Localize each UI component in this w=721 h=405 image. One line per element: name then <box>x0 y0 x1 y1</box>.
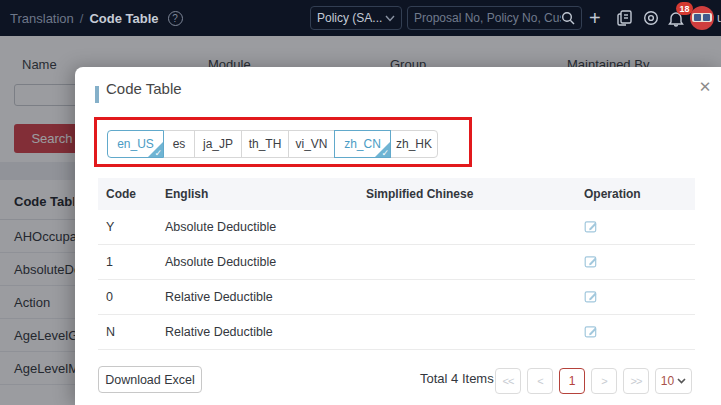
cell-code: Y <box>98 220 157 234</box>
modal-title: Code Table <box>106 80 182 97</box>
column-header-english: English <box>157 187 358 201</box>
cell-code: 0 <box>98 290 157 304</box>
username-truncated: u <box>717 11 721 25</box>
table-row: 1 Absolute Deductible <box>98 245 695 280</box>
column-header-code: Code <box>98 187 157 201</box>
table-row: N Relative Deductible <box>98 315 695 350</box>
breadcrumb: Translation / Code Table ? <box>10 0 183 36</box>
column-header-simplified-chinese: Simplified Chinese <box>358 187 576 201</box>
global-search <box>407 6 582 30</box>
download-excel-button[interactable]: Download Excel <box>98 366 202 393</box>
cell-code: N <box>98 325 157 339</box>
pagination: << < 1 > >> 10 <box>495 368 692 394</box>
chevron-down-icon <box>385 15 395 22</box>
tab-vi-vn[interactable]: vi_VN <box>288 130 335 158</box>
cell-code: 1 <box>98 255 157 269</box>
tab-zh-cn[interactable]: zh_CN ✓ <box>334 130 391 158</box>
edit-icon[interactable] <box>576 324 598 338</box>
check-icon: ✓ <box>154 148 162 158</box>
tab-en-us[interactable]: en_US ✓ <box>107 130 164 158</box>
pagination-page-1[interactable]: 1 <box>559 368 585 394</box>
check-icon: ✓ <box>381 148 389 158</box>
edit-icon[interactable] <box>576 254 598 268</box>
search-icon[interactable] <box>561 11 575 25</box>
table-header-row: Code English Simplified Chinese Operatio… <box>98 178 695 210</box>
plus-icon[interactable]: + <box>589 0 601 36</box>
pagination-first-button[interactable]: << <box>495 368 521 394</box>
cell-english: Absolute Deductible <box>157 220 358 234</box>
cell-english: Relative Deductible <box>157 325 358 339</box>
language-tabs: en_US ✓ es ja_JP th_TH vi_VN zh_CN ✓ zh_… <box>107 130 438 158</box>
copy-icon[interactable] <box>617 0 632 36</box>
avatar[interactable] <box>690 6 714 30</box>
pagination-prev-button[interactable]: < <box>527 368 553 394</box>
page-size-select[interactable]: 10 <box>655 368 692 394</box>
cell-english: Absolute Deductible <box>157 255 358 269</box>
cell-english: Relative Deductible <box>157 290 358 304</box>
notification-badge: 18 <box>676 2 693 15</box>
page-size-value: 10 <box>661 374 674 388</box>
close-icon[interactable]: ✕ <box>695 77 715 97</box>
code-table-modal: Code Table ✕ en_US ✓ es ja_JP th_TH vi_V… <box>75 67 721 405</box>
module-select-value: Policy (SA... <box>317 11 385 25</box>
pagination-next-button[interactable]: > <box>591 368 617 394</box>
tab-zh-hk[interactable]: zh_HK <box>390 130 438 158</box>
total-items-text: Total 4 Items <box>420 366 494 392</box>
topbar: Translation / Code Table ? Policy (SA...… <box>0 0 721 36</box>
table-row: Y Absolute Deductible <box>98 210 695 245</box>
column-header-operation: Operation <box>576 187 695 201</box>
module-select[interactable]: Policy (SA... <box>310 6 402 30</box>
tab-ja-jp[interactable]: ja_JP <box>194 130 242 158</box>
help-icon[interactable]: ? <box>168 11 183 26</box>
breadcrumb-separator: / <box>80 11 84 26</box>
chevron-down-icon <box>677 378 686 384</box>
edit-icon[interactable] <box>576 219 598 233</box>
translation-table: Code English Simplified Chinese Operatio… <box>98 178 695 350</box>
title-accent-bar <box>95 86 99 103</box>
table-row: 0 Relative Deductible <box>98 280 695 315</box>
target-icon[interactable] <box>643 0 659 36</box>
edit-icon[interactable] <box>576 289 598 303</box>
breadcrumb-section[interactable]: Translation <box>10 11 74 26</box>
tab-th-th[interactable]: th_TH <box>241 130 289 158</box>
breadcrumb-current: Code Table <box>89 11 158 26</box>
global-search-input[interactable] <box>414 11 561 25</box>
tab-es[interactable]: es <box>163 130 195 158</box>
pagination-last-button[interactable]: >> <box>623 368 649 394</box>
